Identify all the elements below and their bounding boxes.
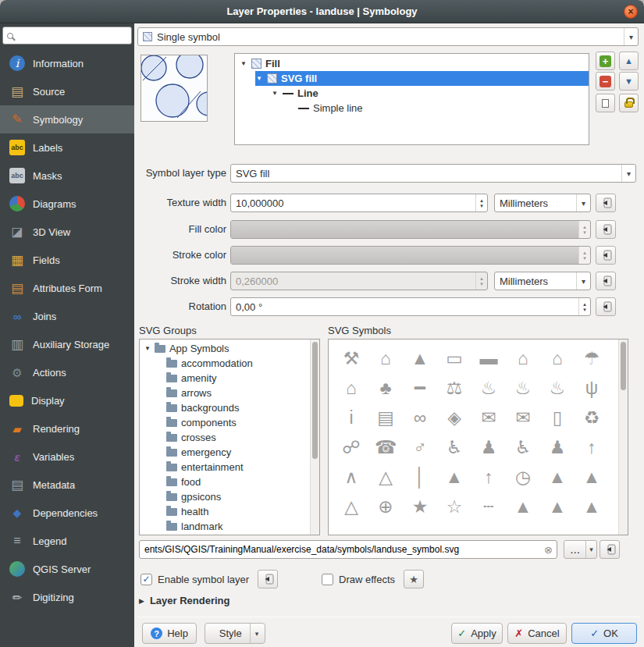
spinner-buttons[interactable]: ▴▾ (578, 298, 590, 315)
svg-symbol[interactable]: ♨ (506, 373, 540, 403)
symbol-tree-item-simple-line[interactable]: Simple line (286, 101, 589, 116)
lock-colors-button[interactable] (619, 94, 639, 112)
remove-symbol-layer-button[interactable]: − (596, 72, 615, 91)
svg-symbol[interactable]: ⚖ (437, 373, 471, 403)
svg-symbol[interactable]: ♟ (471, 432, 506, 462)
symbol-tree-item-line[interactable]: ▼ Line (271, 86, 589, 101)
svg-symbol[interactable]: ▲ (437, 462, 471, 492)
stroke-width-unit-select[interactable]: Millimeters ▾ (494, 272, 591, 290)
svg-symbol[interactable]: ∧ (334, 462, 368, 492)
svg-symbol[interactable]: ♨ (471, 373, 506, 403)
fill-color-data-defined-button[interactable] (596, 220, 616, 239)
svg-symbol[interactable]: ▯ (540, 403, 575, 432)
svg-symbol[interactable]: ▲ (540, 492, 575, 521)
sidebar-item-information[interactable]: i Information (0, 49, 134, 77)
svg-symbol[interactable]: △ (368, 462, 403, 492)
groups-scrollbar[interactable] (310, 339, 319, 535)
svg-symbol[interactable]: ┄ (471, 492, 506, 521)
svg-symbol[interactable]: ♣ (368, 373, 403, 403)
sidebar-item-variables[interactable]: ε Variables (0, 443, 134, 471)
svg-symbol[interactable]: ★ (403, 492, 437, 521)
sidebar-item-display[interactable]: Display (0, 386, 134, 414)
spin-down-icon[interactable]: ▾ (480, 203, 483, 208)
close-button[interactable]: × (624, 5, 638, 19)
svg-symbol[interactable]: ψ (575, 373, 609, 403)
stroke-width-input[interactable] (231, 272, 475, 290)
svg-symbol[interactable]: ▲ (540, 462, 575, 492)
texture-width-spinbox[interactable]: ▴▾ (230, 194, 488, 212)
svg-symbol[interactable]: ☂ (575, 343, 609, 373)
svg-group-item[interactable]: crosses (140, 430, 319, 445)
sidebar-item-3d-view[interactable]: ◪ 3D View (0, 218, 134, 246)
expander-icon[interactable]: ▼ (240, 60, 247, 67)
search-input[interactable] (17, 30, 127, 41)
svg-symbol[interactable]: ⊕ (368, 492, 403, 521)
sidebar-item-digitizing[interactable]: ✏ Digitizing (0, 583, 134, 611)
help-button[interactable]: ? Help (142, 623, 197, 644)
sidebar-item-actions[interactable]: ⚙ Actions (0, 358, 134, 386)
svg-group-item[interactable]: amenity (140, 371, 319, 386)
scrollbar-thumb[interactable] (621, 342, 626, 390)
svg-group-item[interactable]: food (140, 475, 319, 489)
svg-symbol[interactable]: ⚒ (334, 343, 368, 373)
svg-symbol[interactable]: ━ (403, 373, 437, 403)
svg-group-item[interactable]: backgrounds (140, 400, 319, 415)
svg-symbol[interactable]: ◈ (437, 403, 471, 432)
apply-button[interactable]: ✓ Apply (451, 623, 503, 644)
move-up-button[interactable]: ▲ (619, 52, 639, 70)
svg-symbol[interactable]: ♨ (540, 373, 575, 403)
move-down-button[interactable]: ▼ (619, 72, 639, 91)
symbol-tree-item-svg-fill[interactable]: ▼ SVG fill (255, 71, 589, 86)
svg-symbol[interactable]: ▲ (575, 492, 609, 521)
svg-path-data-defined-button[interactable] (600, 540, 620, 559)
svg-group-item[interactable]: health (140, 504, 319, 519)
spin-up-icon[interactable]: ▴ (480, 197, 483, 203)
svg-symbol[interactable]: ▭ (437, 343, 471, 373)
stroke-width-data-defined-button[interactable] (596, 272, 616, 290)
svg-group-item[interactable]: emergency (140, 445, 319, 460)
svg-symbol[interactable]: ▬ (471, 343, 506, 373)
titlebar[interactable]: Layer Properties - landuse | Symbology × (0, 0, 644, 23)
layer-rendering-group[interactable]: ▶ Layer Rendering (139, 595, 230, 606)
svg-symbol[interactable]: │ (403, 462, 437, 492)
svg-group-item[interactable]: components (140, 415, 319, 430)
expander-icon[interactable]: ▼ (144, 345, 151, 352)
spin-down-icon[interactable]: ▾ (583, 307, 586, 312)
sidebar-item-diagrams[interactable]: Diagrams (0, 190, 134, 218)
svg-symbol[interactable]: ∞ (403, 403, 437, 432)
sidebar-item-joins[interactable]: ∞ Joins (0, 302, 134, 330)
svg-symbol[interactable]: ◷ (506, 462, 540, 492)
rotation-data-defined-button[interactable] (596, 297, 616, 316)
rotation-input[interactable] (231, 298, 578, 315)
svg-path-field[interactable]: ⊗ (139, 540, 557, 559)
expander-icon[interactable]: ▼ (255, 75, 263, 82)
chevron-down-icon[interactable]: ▾ (250, 624, 259, 643)
svg-symbol[interactable]: ✉ (471, 403, 506, 432)
rotation-spinbox[interactable]: ▴▾ (230, 297, 591, 316)
svg-path-input[interactable] (140, 544, 540, 555)
svg-symbol[interactable]: ♿ (506, 432, 540, 462)
sidebar-search[interactable] (2, 27, 132, 44)
texture-width-input[interactable] (231, 194, 475, 212)
svg-symbol[interactable]: ⌂ (506, 343, 540, 373)
symbols-scrollbar[interactable] (618, 339, 628, 535)
texture-width-unit-select[interactable]: Millimeters ▾ (494, 194, 591, 212)
svg-symbol[interactable]: ▲ (575, 462, 609, 492)
effects-customize-button[interactable]: ★ (404, 570, 424, 588)
stroke-color-data-defined-button[interactable] (596, 246, 616, 265)
chevron-down-icon[interactable]: ▾ (585, 541, 596, 558)
enable-layer-data-defined-button[interactable] (258, 570, 278, 588)
svg-symbol[interactable]: ▤ (368, 403, 403, 432)
sidebar-item-attributes-form[interactable]: ▤ Attributes Form (0, 274, 134, 302)
svg-symbol[interactable]: ▲ (403, 343, 437, 373)
svg-symbol[interactable]: ⌂ (334, 373, 368, 403)
svg-symbol[interactable]: ⌂ (540, 343, 575, 373)
style-button[interactable]: Style ▾ (205, 623, 265, 644)
sidebar-item-labels[interactable]: abc Labels (0, 133, 134, 162)
svg-group-item[interactable]: arrows (140, 386, 319, 400)
expander-icon[interactable]: ▼ (271, 90, 279, 97)
sidebar-item-dependencies[interactable]: ◆ Dependencies (0, 499, 134, 527)
svg-symbol[interactable]: ♻ (575, 403, 609, 432)
sidebar-item-source[interactable]: ▤ Source (0, 77, 134, 105)
ok-button[interactable]: ✓ OK (571, 623, 637, 644)
